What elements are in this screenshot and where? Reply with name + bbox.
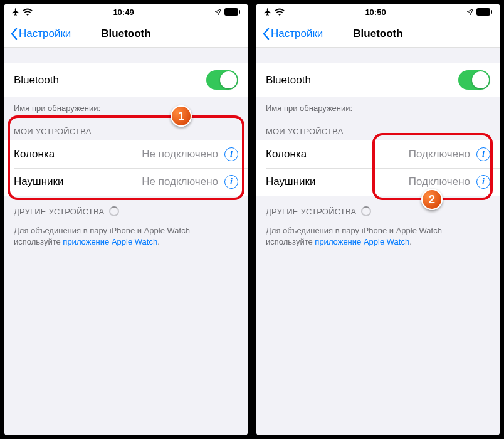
spinner-icon [109, 206, 119, 216]
battery-icon [476, 8, 493, 16]
svg-rect-2 [476, 8, 490, 16]
apple-watch-link[interactable]: приложение Apple Watch [315, 237, 409, 246]
wifi-icon [23, 8, 33, 16]
back-button[interactable]: Настройки [10, 28, 71, 40]
apple-watch-note: Для объединения в пару iPhone и Apple Wa… [256, 220, 500, 252]
svg-rect-0 [224, 8, 238, 16]
other-devices-header: ДРУГИЕ УСТРОЙСТВА [256, 196, 500, 220]
bluetooth-label: Bluetooth [14, 74, 206, 87]
bluetooth-toggle-group: Bluetooth [4, 63, 248, 97]
nav-bar: Настройки Bluetooth [256, 20, 500, 48]
bluetooth-toggle-row[interactable]: Bluetooth [4, 63, 248, 97]
nav-bar: Настройки Bluetooth [4, 20, 248, 48]
device-row[interactable]: Колонка Подключено i [256, 140, 500, 168]
page-title: Bluetooth [101, 28, 150, 40]
bluetooth-toggle-group: Bluetooth [256, 63, 500, 97]
device-name: Колонка [14, 148, 142, 161]
battery-icon [224, 8, 241, 16]
device-row[interactable]: Наушники Подключено i [256, 168, 500, 196]
bluetooth-toggle-row[interactable]: Bluetooth [256, 63, 500, 97]
back-label: Настройки [19, 28, 71, 40]
spinner-icon [361, 206, 371, 216]
bluetooth-switch[interactable] [206, 70, 238, 90]
settings-content: Bluetooth Имя при обнаружении: МОИ УСТРО… [256, 48, 500, 435]
back-button[interactable]: Настройки [262, 28, 323, 40]
airplane-icon [263, 8, 272, 16]
device-status: Не подключено [142, 176, 218, 188]
airplane-icon [11, 8, 20, 16]
device-status: Не подключено [142, 148, 218, 161]
device-status: Подключено [409, 176, 470, 188]
other-devices-header: ДРУГИЕ УСТРОЙСТВА [4, 196, 248, 220]
apple-watch-note: Для объединения в пару iPhone и Apple Wa… [4, 220, 248, 252]
bluetooth-label: Bluetooth [266, 74, 458, 87]
my-devices-header: МОИ УСТРОЙСТВА [256, 117, 500, 140]
clock: 10:49 [113, 8, 134, 17]
apple-watch-link[interactable]: приложение Apple Watch [63, 237, 157, 246]
device-status: Подключено [409, 148, 470, 161]
chevron-left-icon [10, 28, 18, 40]
device-name: Колонка [266, 148, 409, 161]
device-name: Наушники [266, 176, 409, 188]
discovery-name-label: Имя при обнаружении: [4, 97, 248, 117]
svg-rect-1 [239, 10, 240, 14]
device-name: Наушники [14, 176, 142, 188]
screenshot-left: 10:49 Настройки Bluetooth Bluetooth Имя … [4, 4, 248, 435]
clock: 10:50 [365, 8, 386, 17]
status-bar: 10:49 [4, 4, 248, 20]
page-title: Bluetooth [353, 28, 402, 40]
my-devices-group: Колонка Не подключено i Наушники Не подк… [4, 140, 248, 196]
info-icon[interactable]: i [476, 147, 490, 161]
back-label: Настройки [271, 28, 323, 40]
info-icon[interactable]: i [476, 175, 490, 189]
status-bar: 10:50 [256, 4, 500, 20]
location-icon [466, 8, 474, 16]
info-icon[interactable]: i [224, 147, 238, 161]
screenshot-right: 10:50 Настройки Bluetooth Bluetooth Имя … [256, 4, 500, 435]
wifi-icon [275, 8, 285, 16]
my-devices-group: Колонка Подключено i Наушники Подключено… [256, 140, 500, 196]
location-icon [214, 8, 222, 16]
bluetooth-switch[interactable] [458, 70, 490, 90]
settings-content: Bluetooth Имя при обнаружении: МОИ УСТРО… [4, 48, 248, 435]
discovery-name-label: Имя при обнаружении: [256, 97, 500, 117]
svg-rect-3 [491, 10, 492, 14]
my-devices-header: МОИ УСТРОЙСТВА [4, 117, 248, 140]
device-row[interactable]: Наушники Не подключено i [4, 168, 248, 196]
device-row[interactable]: Колонка Не подключено i [4, 140, 248, 168]
info-icon[interactable]: i [224, 175, 238, 189]
chevron-left-icon [262, 28, 270, 40]
